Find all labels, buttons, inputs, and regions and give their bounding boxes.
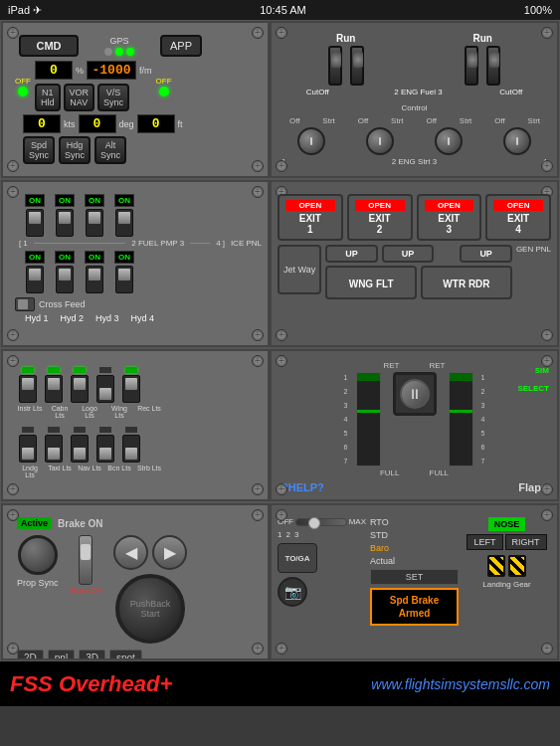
ret2-label: RET <box>430 361 446 370</box>
left-gear-button[interactable]: LEFT <box>467 534 502 550</box>
strt3: Strt <box>456 116 475 125</box>
eng-strt-knob3[interactable] <box>435 127 463 155</box>
speed-display[interactable]: 0 <box>35 61 73 80</box>
up3-button[interactable]: UP <box>460 245 511 263</box>
on-b2-label: ON <box>55 251 75 264</box>
exit1-button[interactable]: OPEN EXIT1 <box>278 194 343 241</box>
cutoff2-label: CutOff <box>499 88 522 96</box>
logo-lts-toggle[interactable] <box>71 367 89 403</box>
off3: Off <box>422 116 442 125</box>
wing-lts-toggle[interactable] <box>96 367 114 403</box>
taxi-lts-toggle[interactable] <box>45 427 63 463</box>
gps-dot3 <box>126 48 134 56</box>
nav-lts-lbl: Nav Lts <box>77 465 102 478</box>
tire-left <box>487 555 505 577</box>
n2-throttle: 2 <box>285 530 289 539</box>
bcn-lts-toggle[interactable] <box>96 427 114 463</box>
rec-lts-led <box>125 367 137 373</box>
hdg-sync-button[interactable]: HdgSync <box>59 136 91 164</box>
led-left-top <box>18 87 28 96</box>
eng-strt-knob2[interactable] <box>366 127 394 155</box>
on2-label: ON <box>55 194 75 207</box>
cabn-lts-lbl: Cabn Lts <box>47 405 73 419</box>
ft-unit: ft <box>178 119 183 129</box>
wtr-rdr-label[interactable]: WTR RDR <box>443 279 489 289</box>
full2-label: FULL <box>430 468 450 477</box>
engine-controls-panel: Run <box>270 21 559 178</box>
exit4-button[interactable]: OPEN EXIT4 <box>485 194 551 241</box>
lighting-panel: Instr Lts Cabn Lts Logo Lts Wing Lts Rec… <box>1 349 270 501</box>
spd-sync-button[interactable]: SpdSync <box>23 136 55 164</box>
strb-lts-toggle[interactable] <box>122 427 140 463</box>
flap-gauge-right <box>449 372 473 466</box>
instr-lts-toggle[interactable] <box>19 367 37 403</box>
arrow-left-button[interactable]: ◀ <box>113 535 148 570</box>
view-pnl-button[interactable]: pnl <box>48 650 75 660</box>
sim-select-label[interactable]: SIM SELECT <box>517 366 549 393</box>
fuel-toggle-2[interactable]: ON <box>55 194 75 237</box>
rec-lts-toggle[interactable] <box>122 367 140 403</box>
arrow-right-button[interactable]: ▶ <box>152 535 187 570</box>
fuel-toggle-1[interactable]: ON <box>25 194 45 237</box>
nav-lts-led <box>74 427 86 433</box>
exit3-button[interactable]: OPEN EXIT3 <box>417 194 482 241</box>
strb-lts-led <box>125 427 137 433</box>
camera-icon[interactable]: 📷 <box>278 577 307 607</box>
vs-display[interactable]: -1000 <box>87 61 136 80</box>
n1-hld-button[interactable]: N1Hld <box>35 84 61 111</box>
gps-dot2 <box>115 48 123 56</box>
alt-sync-button[interactable]: AltSync <box>94 136 126 164</box>
eng-strt-knob4[interactable] <box>503 127 531 155</box>
cabn-lts-toggle[interactable] <box>45 367 63 403</box>
control-label: Control <box>402 103 428 112</box>
up2-button[interactable]: UP <box>382 245 434 263</box>
rec-lts-lbl: Rec Lts <box>136 405 162 419</box>
footer-url[interactable]: www.flightsimsystemsllc.com <box>371 676 550 692</box>
cmd-button[interactable]: CMD <box>19 35 79 57</box>
fuel-hyd-panel: ON ON ON ON [ 1 <box>1 180 270 347</box>
hyd-toggle-4[interactable]: ON <box>114 251 134 293</box>
exit2-button[interactable]: OPEN EXIT2 <box>347 194 413 241</box>
view-spot-button[interactable]: spot <box>109 650 142 660</box>
eng-strt-knob1[interactable] <box>297 127 325 155</box>
strb-lts-lbl: Strb Lts <box>136 465 162 478</box>
max-label: MAX <box>349 517 366 526</box>
app-button[interactable]: APP <box>160 35 202 57</box>
battery-label: 100% <box>524 4 552 16</box>
hyd-toggle-3[interactable]: ON <box>85 251 104 293</box>
hyd-toggle-1[interactable]: ON <box>25 251 45 293</box>
spd-brake-armed-display: Spd Brake Armed <box>370 588 459 626</box>
fuel-toggle-4[interactable]: ON <box>114 194 134 237</box>
instr-lts-lbl: Instr Lts <box>17 405 43 419</box>
pushback-start-button[interactable]: PushBack Start <box>115 574 185 644</box>
full1-label: FULL <box>380 468 400 477</box>
wng-flt-label[interactable]: WNG FLT <box>349 279 394 289</box>
off4: Off <box>489 116 509 125</box>
to-ga-button[interactable]: TO/GA <box>278 543 317 573</box>
fuel-toggle-3[interactable]: ON <box>85 194 104 237</box>
deg-display[interactable]: 0 <box>79 114 116 133</box>
prop-sync-dial[interactable] <box>18 535 58 575</box>
hyd-toggle-2[interactable]: ON <box>55 251 75 293</box>
fuel-pmp-label: 2 FUEL PMP 3 <box>131 239 184 248</box>
view-3d-button[interactable]: 3D <box>79 650 105 660</box>
taxi-lts-led <box>48 427 60 433</box>
lndg-lts-toggle[interactable] <box>19 427 37 463</box>
jet-way-button[interactable]: Jet Way <box>283 265 315 275</box>
help-button[interactable]: ?HELP? <box>281 481 324 493</box>
bcn-lts-lbl: Bcn Lts <box>106 465 132 478</box>
view-2d-button[interactable]: 2D <box>17 650 44 660</box>
right-gear-button[interactable]: RIGHT <box>505 534 547 550</box>
vor-nav-button[interactable]: VORNAV <box>64 84 95 111</box>
flap-scale-left: 1234567 <box>344 374 348 465</box>
ft-display[interactable]: 0 <box>137 114 175 133</box>
gps-label: GPS <box>109 36 128 46</box>
vs-sync-button[interactable]: V/SSync <box>97 84 129 111</box>
set-button[interactable]: SET <box>370 569 459 585</box>
bracket1-label: [ <box>19 239 21 248</box>
nav-lts-toggle[interactable] <box>71 427 89 463</box>
up1-button[interactable]: UP <box>325 245 377 263</box>
brake-ground-panel: Active Brake ON Prop Sync Brake Off <box>1 503 270 660</box>
kts-display[interactable]: 0 <box>23 114 61 133</box>
row3: Instr Lts Cabn Lts Logo Lts Wing Lts Rec… <box>0 348 560 502</box>
